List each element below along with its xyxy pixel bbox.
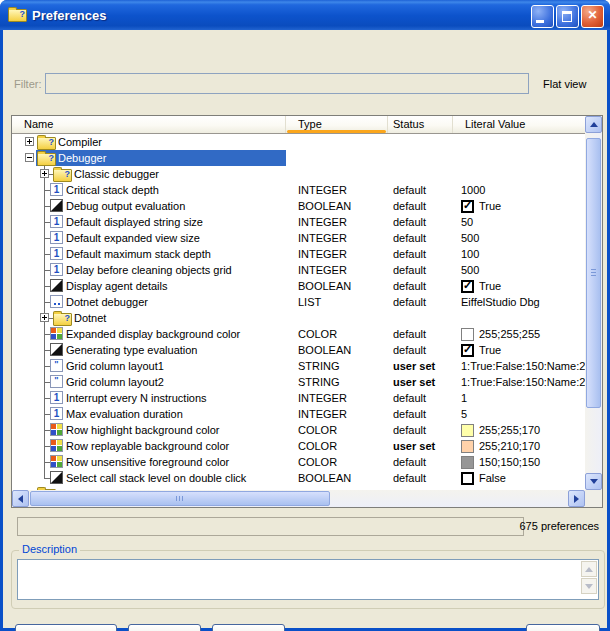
color-swatch bbox=[461, 440, 474, 453]
export-button[interactable]: Export ... bbox=[212, 624, 285, 631]
tree-pref-row[interactable]: 1Interrupt every N instructionsINTEGERde… bbox=[12, 390, 585, 406]
tree-pref-row[interactable]: 1Max evaluation durationINTEGERdefault5 bbox=[12, 406, 585, 422]
pref-status: user set bbox=[393, 440, 435, 452]
tree-pref-row[interactable]: "Grid column layout1STRINGuser set1:True… bbox=[12, 358, 585, 374]
tree-folder-row[interactable]: ?Dotnet bbox=[12, 310, 585, 326]
scroll-down-button[interactable] bbox=[585, 473, 602, 490]
pref-type: INTEGER bbox=[298, 248, 347, 260]
pref-type: INTEGER bbox=[298, 264, 347, 276]
column-header-name[interactable]: Name bbox=[12, 116, 286, 133]
list-type-icon bbox=[50, 295, 63, 308]
title-bar[interactable]: ? Preferences ✕ bbox=[0, 0, 610, 30]
color-swatch bbox=[461, 424, 474, 437]
description-scroll-down-button[interactable] bbox=[581, 578, 597, 594]
restore-defaults-button[interactable]: Restore Defaults bbox=[15, 624, 117, 631]
tree-pref-row[interactable]: Row replayable background colorCOLORuser… bbox=[12, 438, 585, 454]
checkbox-checked-icon[interactable] bbox=[461, 344, 474, 357]
integer-type-icon: 1 bbox=[50, 183, 63, 196]
pref-name-label: Default expanded view size bbox=[66, 232, 200, 244]
tree-folder-row[interactable]: ?Classic debugger bbox=[12, 166, 585, 182]
pref-value-text: True bbox=[479, 200, 501, 212]
column-header-literal-value[interactable]: Literal Value bbox=[453, 116, 585, 133]
color-type-icon bbox=[50, 455, 63, 468]
preferences-grid: Name Type Status Literal Value ?Compiler… bbox=[11, 115, 603, 508]
chevron-left-icon bbox=[18, 495, 23, 503]
pref-literal-value: 1:True:False:150:Name:2: bbox=[461, 358, 585, 374]
tree-pref-row[interactable]: "Grid column layout2STRINGuser set1:True… bbox=[12, 374, 585, 390]
tree-pref-row[interactable]: Expanded display background colorCOLORde… bbox=[12, 326, 585, 342]
collapse-minus-icon[interactable] bbox=[25, 153, 34, 162]
tree-pref-row[interactable]: 1Default expanded view sizeINTEGERdefaul… bbox=[12, 230, 585, 246]
column-header-type[interactable]: Type bbox=[286, 116, 388, 133]
pref-name-label: Debug output evaluation bbox=[66, 200, 185, 212]
close-button[interactable]: ✕ bbox=[581, 5, 604, 28]
pref-literal-value: 100 bbox=[461, 246, 585, 262]
tree-pref-row[interactable]: Debug output evaluationBOOLEANdefaultTru… bbox=[12, 198, 585, 214]
flat-view-toggle[interactable]: Flat view bbox=[543, 78, 586, 90]
checkbox-checked-icon[interactable] bbox=[461, 280, 474, 293]
pref-literal-value: 150;150;150 bbox=[461, 454, 585, 470]
tree-pref-row[interactable]: 1Default maximum stack depthINTEGERdefau… bbox=[12, 246, 585, 262]
tree-folder-row[interactable]: ?Compiler bbox=[12, 134, 585, 150]
pref-name-label: Delay before cleaning objects grid bbox=[66, 264, 232, 276]
pref-name-label: Dotnet debugger bbox=[66, 296, 148, 308]
tree-pref-row[interactable]: Select call stack level on double clickB… bbox=[12, 470, 585, 486]
expand-plus-icon[interactable] bbox=[40, 313, 49, 322]
minimize-button[interactable] bbox=[531, 5, 554, 28]
pref-name-label: Generating type evaluation bbox=[66, 344, 197, 356]
description-label: Description bbox=[19, 543, 80, 555]
tree-pref-row[interactable]: Display agent detailsBOOLEANdefaultTrue bbox=[12, 278, 585, 294]
pref-name-label: Display agent details bbox=[66, 280, 168, 292]
pref-value-text: 500 bbox=[461, 264, 479, 276]
minimize-icon bbox=[536, 20, 544, 23]
column-header-status[interactable]: Status bbox=[388, 116, 453, 133]
import-button[interactable]: Import ... bbox=[128, 624, 201, 631]
expand-plus-icon[interactable] bbox=[25, 137, 34, 146]
pref-type: COLOR bbox=[298, 440, 337, 452]
checkbox-checked-icon[interactable] bbox=[461, 200, 474, 213]
vertical-scrollbar-thumb[interactable] bbox=[586, 138, 601, 408]
scroll-up-button[interactable] bbox=[585, 116, 602, 133]
pref-value-text: True bbox=[479, 280, 501, 292]
boolean-type-icon bbox=[50, 471, 63, 484]
preferences-folder-icon: ? bbox=[8, 8, 26, 22]
pref-type: INTEGER bbox=[298, 184, 347, 196]
pref-value-text: 500 bbox=[461, 232, 479, 244]
tree-pref-row[interactable]: Dotnet debuggerLISTdefaultEiffelStudio D… bbox=[12, 294, 585, 310]
tree-pref-row[interactable]: Row unsensitive foreground colorCOLORdef… bbox=[12, 454, 585, 470]
pref-status: default bbox=[393, 328, 426, 340]
maximize-button[interactable] bbox=[556, 5, 579, 28]
pref-type: INTEGER bbox=[298, 392, 347, 404]
filter-input[interactable] bbox=[45, 73, 529, 94]
integer-type-icon: 1 bbox=[50, 247, 63, 260]
close-dialog-button[interactable]: Close bbox=[526, 624, 600, 631]
pref-status: default bbox=[393, 456, 426, 468]
pref-name-label: Dotnet bbox=[74, 312, 106, 324]
filter-label: Filter: bbox=[14, 78, 42, 90]
tree-pref-row[interactable]: 1Delay before cleaning objects gridINTEG… bbox=[12, 262, 585, 278]
horizontal-scrollbar-thumb[interactable] bbox=[30, 491, 330, 506]
expand-plus-icon[interactable] bbox=[40, 169, 49, 178]
description-scroll-up-button[interactable] bbox=[581, 561, 597, 577]
tree-pref-row[interactable]: 1Default displayed string sizeINTEGERdef… bbox=[12, 214, 585, 230]
tree-pref-row[interactable]: 1Critical stack depthINTEGERdefault1000 bbox=[12, 182, 585, 198]
chevron-down-icon bbox=[585, 584, 593, 589]
pref-value-text: 1000 bbox=[461, 184, 485, 196]
color-swatch bbox=[461, 456, 474, 469]
description-text[interactable] bbox=[17, 559, 599, 600]
scroll-left-button[interactable] bbox=[12, 490, 29, 507]
pref-type: LIST bbox=[298, 296, 321, 308]
tree-folder-row[interactable]: ?Debugger bbox=[12, 150, 585, 166]
pref-name-label: Max evaluation duration bbox=[66, 408, 183, 420]
pref-status: default bbox=[393, 184, 426, 196]
tree-pref-row[interactable]: Row highlight background colorCOLORdefau… bbox=[12, 422, 585, 438]
pref-type: INTEGER bbox=[298, 216, 347, 228]
string-type-icon: " bbox=[50, 375, 63, 388]
pref-type: INTEGER bbox=[298, 232, 347, 244]
tree-pref-row[interactable]: Generating type evaluationBOOLEANdefault… bbox=[12, 342, 585, 358]
scroll-right-button[interactable] bbox=[568, 490, 585, 507]
vertical-scrollbar[interactable] bbox=[585, 116, 602, 490]
checkbox-unchecked-icon[interactable] bbox=[461, 472, 474, 485]
pref-value-text: 255;255;255 bbox=[479, 328, 540, 340]
horizontal-scrollbar[interactable] bbox=[12, 490, 585, 507]
